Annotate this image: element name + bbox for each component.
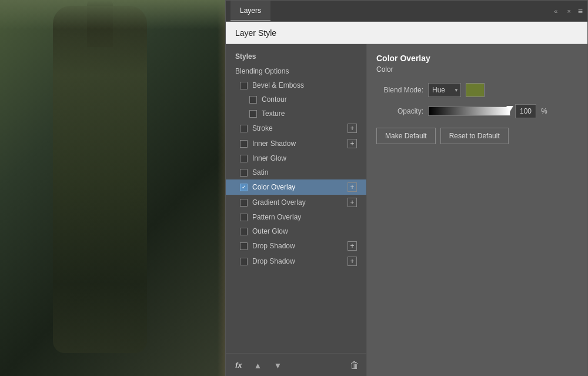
checkbox-satin[interactable]: [240, 169, 248, 177]
style-item-color-overlay[interactable]: Color Overlay +: [226, 179, 366, 195]
stroke-label: Stroke: [252, 124, 273, 132]
drop-shadow-2-label: Drop Shadow: [252, 257, 295, 265]
main-panel: Layers « × ≡ Layer Style Styles Blending…: [225, 0, 588, 376]
checkbox-inner-glow[interactable]: [240, 155, 248, 162]
title-bar-tabs: Layers: [230, 1, 270, 21]
opacity-slider-thumb: [506, 106, 513, 112]
inner-shadow-plus-button[interactable]: +: [348, 139, 357, 148]
gradient-overlay-plus-button[interactable]: +: [348, 198, 357, 207]
checkbox-stroke[interactable]: [240, 125, 248, 132]
action-buttons-row: Make Default Reset to Default: [376, 128, 578, 144]
blending-options-label: Blending Options: [235, 67, 289, 75]
drop-shadow-2-plus-button[interactable]: +: [348, 257, 357, 266]
opacity-row: Opacity: %: [376, 104, 578, 118]
color-overlay-label: Color Overlay: [252, 183, 295, 191]
style-item-inner-shadow[interactable]: Inner Shadow +: [226, 136, 366, 151]
style-item-drop-shadow-2[interactable]: Drop Shadow +: [226, 254, 366, 269]
checkbox-gradient-overlay[interactable]: [240, 199, 248, 207]
style-item-bevel-emboss[interactable]: Bevel & Emboss: [226, 78, 366, 92]
layer-style-title: Layer Style: [235, 28, 276, 38]
style-item-inner-glow[interactable]: Inner Glow: [226, 151, 366, 165]
outer-glow-label: Outer Glow: [252, 227, 288, 235]
gradient-overlay-label: Gradient Overlay: [252, 198, 306, 207]
drop-shadow-1-plus-button[interactable]: +: [348, 241, 357, 251]
opacity-slider[interactable]: [428, 107, 510, 116]
checkbox-contour[interactable]: [249, 96, 257, 104]
satin-label: Satin: [252, 168, 268, 177]
photo-background: [0, 0, 253, 376]
texture-label: Texture: [262, 109, 285, 118]
color-swatch[interactable]: [466, 83, 485, 97]
content-area: Styles Blending Options Bevel & Emboss C…: [226, 44, 587, 376]
delete-button[interactable]: 🗑: [350, 360, 359, 371]
style-item-pattern-overlay[interactable]: Pattern Overlay: [226, 210, 366, 224]
contour-label: Contour: [262, 95, 287, 104]
checkbox-pattern-overlay[interactable]: [240, 214, 248, 221]
styles-list: Styles Blending Options Bevel & Emboss C…: [226, 44, 366, 353]
move-down-button[interactable]: ▼: [271, 360, 284, 371]
checkbox-outer-glow[interactable]: [240, 228, 248, 235]
layer-style-header: Layer Style: [226, 22, 587, 44]
style-item-texture[interactable]: Texture: [226, 107, 366, 121]
bottle-shape: [53, 6, 147, 353]
style-item-satin[interactable]: Satin: [226, 165, 366, 179]
opacity-value-input[interactable]: [515, 104, 536, 118]
tab-layers[interactable]: Layers: [230, 1, 270, 21]
checkbox-inner-shadow[interactable]: [240, 140, 248, 148]
checkbox-bevel-emboss[interactable]: [240, 82, 248, 89]
title-bar-controls: « × ≡: [552, 6, 583, 16]
style-item-blending-options[interactable]: Blending Options: [226, 64, 366, 78]
styles-sidebar: Styles Blending Options Bevel & Emboss C…: [226, 44, 367, 376]
move-up-button[interactable]: ▲: [252, 360, 265, 371]
panel-title: Color Overlay: [376, 54, 578, 63]
blend-mode-label: Blend Mode:: [376, 86, 423, 94]
make-default-button[interactable]: Make Default: [376, 128, 436, 144]
photo-overlay-top: [0, 0, 253, 29]
style-item-contour[interactable]: Contour: [226, 92, 366, 107]
inner-glow-label: Inner Glow: [252, 154, 286, 162]
minimize-button[interactable]: «: [552, 6, 560, 16]
opacity-label: Opacity:: [376, 107, 423, 115]
inner-shadow-label: Inner Shadow: [252, 139, 296, 148]
checkbox-color-overlay[interactable]: [240, 184, 248, 191]
style-item-drop-shadow-1[interactable]: Drop Shadow +: [226, 238, 366, 254]
style-item-outer-glow[interactable]: Outer Glow: [226, 224, 366, 238]
blend-mode-select[interactable]: Hue Normal Multiply Screen Overlay: [428, 83, 461, 97]
drop-shadow-1-label: Drop Shadow: [252, 242, 295, 250]
blend-mode-row: Blend Mode: Hue Normal Multiply Screen O…: [376, 83, 578, 97]
checkbox-drop-shadow-1[interactable]: [240, 242, 248, 250]
right-panel: Color Overlay Color Blend Mode: Hue Norm…: [367, 44, 587, 376]
color-overlay-plus-button[interactable]: +: [348, 182, 357, 192]
panel-subtitle: Color: [376, 65, 578, 74]
bevel-emboss-label: Bevel & Emboss: [252, 81, 304, 89]
pattern-overlay-label: Pattern Overlay: [252, 213, 301, 221]
checkbox-texture[interactable]: [249, 110, 257, 118]
style-item-stroke[interactable]: Stroke +: [226, 121, 366, 136]
checkbox-drop-shadow-2[interactable]: [240, 258, 248, 265]
styles-toolbar: fx ▲ ▼ 🗑: [226, 353, 366, 376]
style-item-gradient-overlay[interactable]: Gradient Overlay +: [226, 195, 366, 210]
title-bar: Layers « × ≡: [226, 1, 587, 22]
styles-header: Styles: [226, 49, 366, 64]
opacity-percent-label: %: [541, 107, 547, 115]
stroke-plus-button[interactable]: +: [348, 124, 357, 133]
blend-mode-select-wrapper: Hue Normal Multiply Screen Overlay ▼: [428, 83, 461, 97]
fx-button[interactable]: fx: [233, 360, 245, 371]
close-button[interactable]: ×: [564, 6, 573, 16]
reset-to-default-button[interactable]: Reset to Default: [440, 128, 509, 144]
menu-button[interactable]: ≡: [578, 6, 583, 16]
